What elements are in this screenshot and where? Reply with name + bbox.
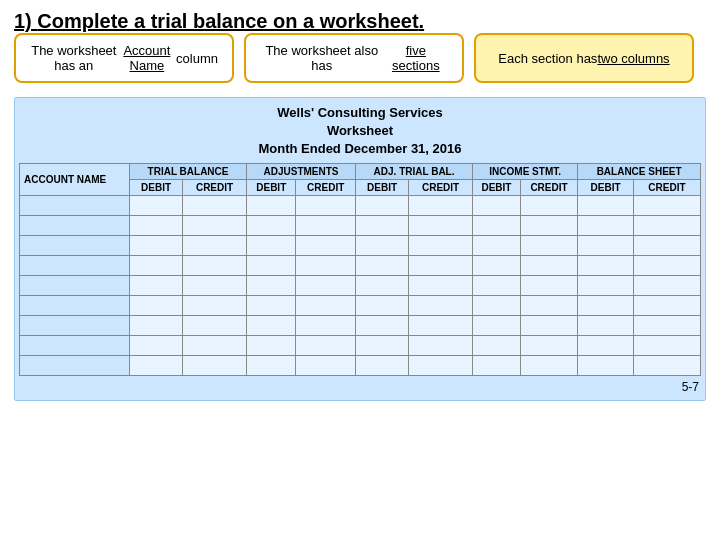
data-cell	[296, 315, 356, 335]
data-cell	[409, 295, 473, 315]
income-stmt-debit: DEBIT	[473, 179, 521, 195]
adjustments-header: ADJUSTMENTS	[247, 163, 356, 179]
worksheet-body	[20, 195, 701, 375]
data-cell	[520, 335, 578, 355]
title-main: Complete a trial balance on a worksheet	[37, 10, 418, 32]
data-cell	[296, 295, 356, 315]
data-cell	[409, 215, 473, 235]
data-cell	[633, 315, 700, 335]
account-name-cell	[20, 235, 130, 255]
data-cell	[296, 275, 356, 295]
data-cell	[130, 275, 183, 295]
card-five-sections: The worksheet also has five sections	[244, 33, 464, 83]
data-cell	[520, 295, 578, 315]
data-cell	[296, 335, 356, 355]
table-row	[20, 195, 701, 215]
data-cell	[578, 355, 634, 375]
data-cell	[578, 295, 634, 315]
data-cell	[296, 235, 356, 255]
data-cell	[520, 315, 578, 335]
title-suffix: .	[419, 10, 425, 32]
adj-trial-bal-credit: CREDIT	[409, 179, 473, 195]
worksheet-title-line2: Worksheet	[327, 123, 393, 138]
table-row	[20, 315, 701, 335]
data-cell	[247, 295, 296, 315]
data-cell	[633, 255, 700, 275]
data-cell	[247, 235, 296, 255]
data-cell	[409, 195, 473, 215]
data-cell	[183, 275, 247, 295]
data-cell	[473, 355, 521, 375]
income-stmt-credit: CREDIT	[520, 179, 578, 195]
adjustments-credit: CREDIT	[296, 179, 356, 195]
data-cell	[633, 195, 700, 215]
data-cell	[130, 235, 183, 255]
data-cell	[520, 235, 578, 255]
data-cell	[356, 315, 409, 335]
data-cell	[578, 215, 634, 235]
data-cell	[578, 235, 634, 255]
info-cards-row: The worksheet has an Account Name column…	[14, 33, 706, 83]
worksheet-container: Wells' Consulting Services Worksheet Mon…	[14, 97, 706, 401]
data-cell	[247, 195, 296, 215]
page-number: 5-7	[19, 380, 701, 394]
table-row	[20, 335, 701, 355]
table-row	[20, 355, 701, 375]
data-cell	[520, 255, 578, 275]
data-cell	[183, 295, 247, 315]
account-name-cell	[20, 315, 130, 335]
table-row	[20, 215, 701, 235]
balance-sheet-header: BALANCE SHEET	[578, 163, 701, 179]
data-cell	[130, 255, 183, 275]
data-cell	[578, 275, 634, 295]
data-cell	[130, 315, 183, 335]
data-cell	[130, 355, 183, 375]
data-cell	[356, 295, 409, 315]
data-cell	[296, 255, 356, 275]
data-cell	[296, 195, 356, 215]
section-headers-row: ACCOUNT NAME TRIAL BALANCE ADJUSTMENTS A…	[20, 163, 701, 179]
data-cell	[473, 255, 521, 275]
income-stmt-header: INCOME STMT.	[473, 163, 578, 179]
data-cell	[356, 195, 409, 215]
data-cell	[473, 235, 521, 255]
data-cell	[356, 355, 409, 375]
data-cell	[409, 275, 473, 295]
data-cell	[356, 215, 409, 235]
data-cell	[130, 195, 183, 215]
data-cell	[409, 355, 473, 375]
data-cell	[473, 215, 521, 235]
data-cell	[183, 235, 247, 255]
data-cell	[247, 275, 296, 295]
data-cell	[247, 215, 296, 235]
data-cell	[578, 255, 634, 275]
data-cell	[296, 355, 356, 375]
data-cell	[520, 355, 578, 375]
data-cell	[633, 335, 700, 355]
data-cell	[520, 195, 578, 215]
account-name-cell	[20, 355, 130, 375]
adj-trial-bal-debit: DEBIT	[356, 179, 409, 195]
data-cell	[409, 335, 473, 355]
data-cell	[633, 215, 700, 235]
table-row	[20, 235, 701, 255]
data-cell	[356, 335, 409, 355]
adj-trial-bal-header: ADJ. TRIAL BAL.	[356, 163, 473, 179]
data-cell	[409, 235, 473, 255]
data-cell	[578, 315, 634, 335]
account-name-header: ACCOUNT NAME	[20, 163, 130, 195]
data-cell	[520, 215, 578, 235]
data-cell	[183, 315, 247, 335]
worksheet-table: ACCOUNT NAME TRIAL BALANCE ADJUSTMENTS A…	[19, 163, 701, 376]
table-row	[20, 275, 701, 295]
account-name-cell	[20, 275, 130, 295]
data-cell	[356, 235, 409, 255]
table-row	[20, 295, 701, 315]
data-cell	[633, 295, 700, 315]
data-cell	[473, 295, 521, 315]
data-cell	[356, 255, 409, 275]
data-cell	[247, 335, 296, 355]
card-two-columns: Each section has two columns	[474, 33, 694, 83]
data-cell	[578, 335, 634, 355]
data-cell	[130, 335, 183, 355]
